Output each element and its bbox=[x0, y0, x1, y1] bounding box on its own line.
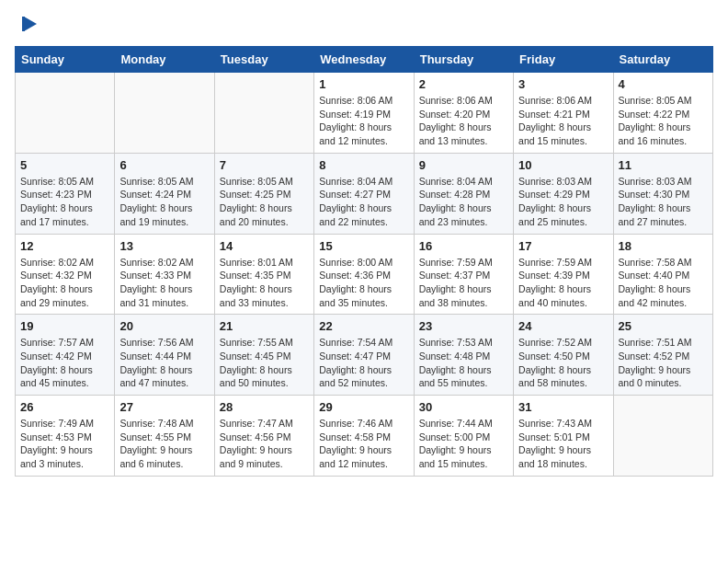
day-info: Sunrise: 7:58 AM Sunset: 4:40 PM Dayligh… bbox=[619, 256, 708, 310]
day-number: 10 bbox=[518, 158, 608, 172]
calendar-cell bbox=[613, 396, 712, 477]
week-row-1: 1Sunrise: 8:06 AM Sunset: 4:19 PM Daylig… bbox=[16, 73, 713, 154]
calendar-cell: 14Sunrise: 8:01 AM Sunset: 4:35 PM Dayli… bbox=[214, 234, 313, 315]
day-number: 16 bbox=[419, 239, 508, 253]
calendar-cell: 13Sunrise: 8:02 AM Sunset: 4:33 PM Dayli… bbox=[115, 234, 214, 315]
calendar-cell: 10Sunrise: 8:03 AM Sunset: 4:29 PM Dayli… bbox=[514, 153, 613, 234]
header bbox=[15, 15, 713, 35]
calendar-cell: 31Sunrise: 7:43 AM Sunset: 5:01 PM Dayli… bbox=[514, 396, 613, 477]
day-info: Sunrise: 8:03 AM Sunset: 4:30 PM Dayligh… bbox=[619, 175, 708, 229]
day-info: Sunrise: 8:04 AM Sunset: 4:27 PM Dayligh… bbox=[319, 175, 408, 229]
logo bbox=[15, 15, 39, 35]
logo-icon bbox=[18, 15, 39, 35]
day-number: 19 bbox=[20, 319, 109, 333]
day-number: 12 bbox=[20, 239, 109, 253]
day-number: 20 bbox=[119, 319, 209, 333]
calendar-cell: 18Sunrise: 7:58 AM Sunset: 4:40 PM Dayli… bbox=[613, 234, 712, 315]
calendar-cell: 7Sunrise: 8:05 AM Sunset: 4:25 PM Daylig… bbox=[214, 153, 313, 234]
day-info: Sunrise: 8:01 AM Sunset: 4:35 PM Dayligh… bbox=[220, 256, 309, 310]
calendar-cell: 1Sunrise: 8:06 AM Sunset: 4:19 PM Daylig… bbox=[314, 73, 414, 154]
day-info: Sunrise: 7:53 AM Sunset: 4:48 PM Dayligh… bbox=[419, 336, 508, 390]
day-number: 31 bbox=[518, 400, 608, 414]
day-info: Sunrise: 7:59 AM Sunset: 4:37 PM Dayligh… bbox=[419, 256, 508, 310]
calendar-cell: 17Sunrise: 7:59 AM Sunset: 4:39 PM Dayli… bbox=[514, 234, 613, 315]
day-info: Sunrise: 7:49 AM Sunset: 4:53 PM Dayligh… bbox=[20, 417, 109, 471]
calendar-cell bbox=[16, 73, 115, 154]
day-info: Sunrise: 7:51 AM Sunset: 4:52 PM Dayligh… bbox=[619, 336, 708, 390]
calendar-cell: 6Sunrise: 8:05 AM Sunset: 4:24 PM Daylig… bbox=[115, 153, 214, 234]
day-number: 15 bbox=[319, 239, 408, 253]
day-info: Sunrise: 8:05 AM Sunset: 4:23 PM Dayligh… bbox=[20, 175, 109, 229]
day-header-wednesday: Wednesday bbox=[314, 47, 414, 73]
day-header-monday: Monday bbox=[115, 47, 214, 73]
day-number: 28 bbox=[220, 400, 309, 414]
calendar-cell: 25Sunrise: 7:51 AM Sunset: 4:52 PM Dayli… bbox=[613, 315, 712, 396]
day-number: 4 bbox=[619, 77, 708, 91]
day-info: Sunrise: 8:00 AM Sunset: 4:36 PM Dayligh… bbox=[319, 256, 408, 310]
calendar-cell: 28Sunrise: 7:47 AM Sunset: 4:56 PM Dayli… bbox=[214, 396, 313, 477]
day-info: Sunrise: 7:46 AM Sunset: 4:58 PM Dayligh… bbox=[319, 417, 408, 471]
week-row-4: 19Sunrise: 7:57 AM Sunset: 4:42 PM Dayli… bbox=[16, 315, 713, 396]
week-row-5: 26Sunrise: 7:49 AM Sunset: 4:53 PM Dayli… bbox=[16, 396, 713, 477]
day-number: 22 bbox=[319, 319, 408, 333]
calendar-cell: 11Sunrise: 8:03 AM Sunset: 4:30 PM Dayli… bbox=[613, 153, 712, 234]
calendar-cell: 20Sunrise: 7:56 AM Sunset: 4:44 PM Dayli… bbox=[115, 315, 214, 396]
day-info: Sunrise: 8:05 AM Sunset: 4:24 PM Dayligh… bbox=[119, 175, 209, 229]
day-info: Sunrise: 7:59 AM Sunset: 4:39 PM Dayligh… bbox=[518, 256, 608, 310]
day-info: Sunrise: 7:43 AM Sunset: 5:01 PM Dayligh… bbox=[518, 417, 608, 471]
calendar-cell: 12Sunrise: 8:02 AM Sunset: 4:32 PM Dayli… bbox=[16, 234, 115, 315]
calendar-table: SundayMondayTuesdayWednesdayThursdayFrid… bbox=[15, 46, 713, 477]
calendar-cell: 23Sunrise: 7:53 AM Sunset: 4:48 PM Dayli… bbox=[414, 315, 513, 396]
calendar-cell: 24Sunrise: 7:52 AM Sunset: 4:50 PM Dayli… bbox=[514, 315, 613, 396]
calendar-cell: 30Sunrise: 7:44 AM Sunset: 5:00 PM Dayli… bbox=[414, 396, 513, 477]
day-info: Sunrise: 7:48 AM Sunset: 4:55 PM Dayligh… bbox=[119, 417, 209, 471]
day-number: 3 bbox=[518, 77, 608, 91]
day-number: 11 bbox=[619, 158, 708, 172]
day-number: 6 bbox=[119, 158, 209, 172]
day-number: 2 bbox=[419, 77, 508, 91]
day-number: 24 bbox=[518, 319, 608, 333]
day-number: 1 bbox=[319, 77, 408, 91]
calendar-cell bbox=[115, 73, 214, 154]
day-info: Sunrise: 7:55 AM Sunset: 4:45 PM Dayligh… bbox=[220, 336, 309, 390]
svg-rect-1 bbox=[22, 17, 25, 31]
week-row-2: 5Sunrise: 8:05 AM Sunset: 4:23 PM Daylig… bbox=[16, 153, 713, 234]
calendar-cell: 15Sunrise: 8:00 AM Sunset: 4:36 PM Dayli… bbox=[314, 234, 414, 315]
day-number: 8 bbox=[319, 158, 408, 172]
calendar-cell: 29Sunrise: 7:46 AM Sunset: 4:58 PM Dayli… bbox=[314, 396, 414, 477]
day-header-thursday: Thursday bbox=[414, 47, 513, 73]
day-header-saturday: Saturday bbox=[613, 47, 712, 73]
calendar-cell bbox=[214, 73, 313, 154]
day-info: Sunrise: 8:05 AM Sunset: 4:25 PM Dayligh… bbox=[220, 175, 309, 229]
day-info: Sunrise: 7:56 AM Sunset: 4:44 PM Dayligh… bbox=[119, 336, 209, 390]
calendar-cell: 5Sunrise: 8:05 AM Sunset: 4:23 PM Daylig… bbox=[16, 153, 115, 234]
day-number: 5 bbox=[20, 158, 109, 172]
day-number: 21 bbox=[220, 319, 309, 333]
day-info: Sunrise: 8:03 AM Sunset: 4:29 PM Dayligh… bbox=[518, 175, 608, 229]
day-info: Sunrise: 8:02 AM Sunset: 4:33 PM Dayligh… bbox=[119, 256, 209, 310]
calendar-cell: 21Sunrise: 7:55 AM Sunset: 4:45 PM Dayli… bbox=[214, 315, 313, 396]
day-number: 23 bbox=[419, 319, 508, 333]
calendar-cell: 8Sunrise: 8:04 AM Sunset: 4:27 PM Daylig… bbox=[314, 153, 414, 234]
calendar-cell: 4Sunrise: 8:05 AM Sunset: 4:22 PM Daylig… bbox=[613, 73, 712, 154]
days-header-row: SundayMondayTuesdayWednesdayThursdayFrid… bbox=[16, 47, 713, 73]
day-number: 17 bbox=[518, 239, 608, 253]
day-info: Sunrise: 8:06 AM Sunset: 4:20 PM Dayligh… bbox=[419, 94, 508, 148]
day-info: Sunrise: 7:44 AM Sunset: 5:00 PM Dayligh… bbox=[419, 417, 508, 471]
day-info: Sunrise: 7:47 AM Sunset: 4:56 PM Dayligh… bbox=[220, 417, 309, 471]
day-header-sunday: Sunday bbox=[16, 47, 115, 73]
day-number: 14 bbox=[220, 239, 309, 253]
calendar-cell: 27Sunrise: 7:48 AM Sunset: 4:55 PM Dayli… bbox=[115, 396, 214, 477]
day-number: 13 bbox=[119, 239, 209, 253]
day-number: 30 bbox=[419, 400, 508, 414]
day-number: 26 bbox=[20, 400, 109, 414]
day-number: 27 bbox=[119, 400, 209, 414]
week-row-3: 12Sunrise: 8:02 AM Sunset: 4:32 PM Dayli… bbox=[16, 234, 713, 315]
day-info: Sunrise: 8:02 AM Sunset: 4:32 PM Dayligh… bbox=[20, 256, 109, 310]
day-info: Sunrise: 7:52 AM Sunset: 4:50 PM Dayligh… bbox=[518, 336, 608, 390]
calendar-cell: 16Sunrise: 7:59 AM Sunset: 4:37 PM Dayli… bbox=[414, 234, 513, 315]
calendar-cell: 9Sunrise: 8:04 AM Sunset: 4:28 PM Daylig… bbox=[414, 153, 513, 234]
calendar-cell: 2Sunrise: 8:06 AM Sunset: 4:20 PM Daylig… bbox=[414, 73, 513, 154]
day-number: 25 bbox=[619, 319, 708, 333]
calendar-cell: 19Sunrise: 7:57 AM Sunset: 4:42 PM Dayli… bbox=[16, 315, 115, 396]
